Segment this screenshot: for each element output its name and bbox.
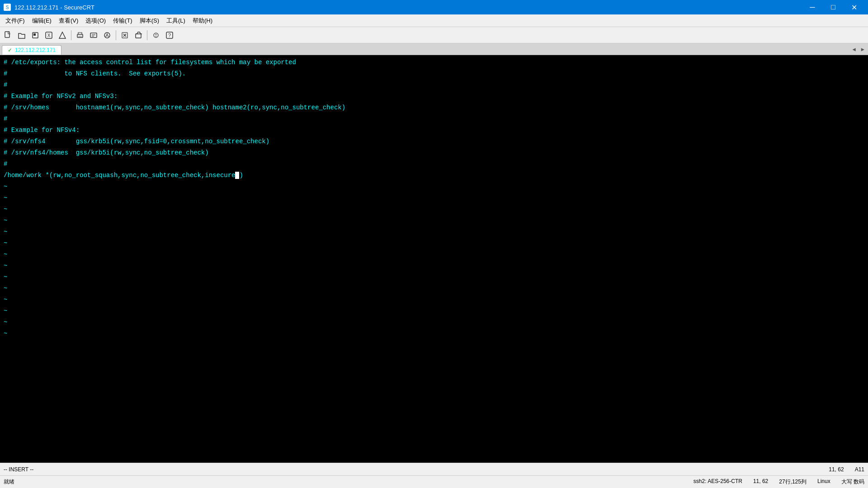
toolbar-btn7[interactable] [87,29,100,42]
terminal-line-20: ~ [4,272,864,283]
terminal-line-6: # [4,113,864,125]
titlebar: S 122.112.212.171 - SecureCRT ─ □ ✕ [0,0,868,14]
terminal-line-10: # [4,159,864,170]
tabbar-nav: ◀ ▶ [851,45,866,55]
terminal-line-25: ~ [4,328,864,339]
bottom-right: ssh2: AES-256-CTR 11, 62 27行,125列 Linux … [693,478,864,486]
terminal-line-8: # /srv/nfs4 gss/krb5i(rw,sync,fsid=0,cro… [4,136,864,147]
toolbar-btn8[interactable]: A [101,29,113,42]
terminal-line-13: ~ [4,192,864,204]
toolbar-btn5[interactable] [56,29,69,42]
svg-rect-2 [33,33,36,36]
text-cursor [235,172,239,179]
toolbar-new[interactable] [2,29,14,42]
terminal-line-21: ~ [4,283,864,294]
os-info: Linux [817,478,830,486]
terminal-line-12: ~ [4,181,864,192]
cursor-pos: 11, 62 [753,478,768,486]
terminal-line-23: ~ [4,305,864,317]
menu-scripts[interactable]: 脚本(S) [136,15,163,27]
tab-check-icon: ✓ [8,47,12,53]
toolbar-btn4[interactable]: X [42,29,55,42]
terminal-size: 27行,125列 [779,478,807,486]
all-indicator: A11 [855,466,864,473]
terminal-line-2: # to NFS clients. See exports(5). [4,68,864,80]
window-controls: ─ □ ✕ [802,0,864,14]
terminal-line-3: # [4,80,864,91]
toolbar-print[interactable] [74,29,86,42]
session-statusbar: 就绪 ssh2: AES-256-CTR 11, 62 27行,125列 Lin… [0,475,868,488]
toolbar-open[interactable] [15,29,28,42]
svg-point-17 [156,36,156,37]
maximize-button[interactable]: □ [823,0,844,14]
session-tab[interactable]: ✓ 122.112.212.171 [2,45,61,55]
toolbar-btn3[interactable] [29,29,42,42]
close-button[interactable]: ✕ [844,0,864,14]
svg-text:?: ? [168,33,171,38]
toolbar-btn10[interactable] [132,29,145,42]
svg-rect-0 [5,32,9,38]
svg-text:X: X [47,33,51,38]
terminal-line-5: # /srv/homes hostname1(rw,sync,no_subtre… [4,102,864,113]
terminal-line-14: ~ [4,204,864,215]
terminal-line-24: ~ [4,317,864,328]
svg-rect-14 [136,34,141,38]
minimize-button[interactable]: ─ [802,0,823,14]
menubar: 文件(F) 编辑(E) 查看(V) 选项(O) 传输(T) 脚本(S) 工具(L… [0,14,868,27]
menu-options[interactable]: 选项(O) [82,15,109,27]
toolbar-btn12[interactable]: ? [163,29,176,42]
svg-text:A: A [105,33,109,38]
statusbar-right: 11, 62 A11 [829,466,864,473]
terminal-line-1: # /etc/exports: the access control list … [4,57,864,68]
titlebar-left: S 122.112.212.171 - SecureCRT [4,4,94,11]
terminal-line-22: ~ [4,294,864,305]
terminal-line-18: ~ [4,249,864,260]
vim-mode: -- INSERT -- [4,466,33,473]
terminal-line-11: /home/work *(rw,no_root_squash,sync,no_s… [4,170,864,181]
toolbar-sep1 [71,30,71,40]
menu-file[interactable]: 文件(F) [2,15,28,27]
menu-edit[interactable]: 编辑(E) [28,15,55,27]
terminal-line-9: # /srv/nfs4/homes gss/krb5i(rw,sync,no_s… [4,147,864,159]
svg-rect-7 [78,36,82,37]
menu-help[interactable]: 帮助(H) [189,15,216,27]
terminal-line-4: # Example for NFSv2 and NFSv3: [4,91,864,102]
connection-status: 就绪 [4,478,14,486]
cursor-position: 11, 62 [829,466,844,473]
tab-next-icon[interactable]: ▶ [859,45,866,54]
app-icon: S [4,4,11,11]
svg-rect-8 [90,33,97,38]
toolbar: X A ? [0,27,868,43]
terminal-line-19: ~ [4,260,864,272]
toolbar-btn11[interactable] [150,29,162,42]
terminal-line-7: # Example for NFSv4: [4,125,864,136]
terminal-area[interactable]: # /etc/exports: the access control list … [0,55,868,463]
tab-label: 122.112.212.171 [15,47,56,53]
vim-statusbar: -- INSERT -- 11, 62 A11 [0,463,868,475]
toolbar-sep3 [147,30,147,40]
toolbar-sep2 [116,30,116,40]
svg-marker-5 [59,32,66,38]
toolbar-btn9[interactable] [118,29,131,42]
menu-view[interactable]: 查看(V) [55,15,82,27]
tabbar: ✓ 122.112.212.171 ◀ ▶ [0,43,868,55]
terminal-line-15: ~ [4,215,864,226]
terminal-line-17: ~ [4,238,864,249]
tab-prev-icon[interactable]: ◀ [851,45,858,54]
menu-tools[interactable]: 工具(L) [163,15,189,27]
window-title: 122.112.212.171 - SecureCRT [14,4,94,11]
menu-transfer[interactable]: 传输(T) [109,15,136,27]
terminal-line-16: ~ [4,226,864,238]
case-info: 大写 数码 [841,478,864,486]
encryption-info: ssh2: AES-256-CTR [693,478,742,486]
